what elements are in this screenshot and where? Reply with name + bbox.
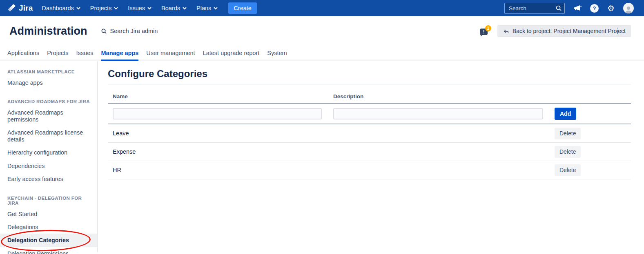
chevron-down-icon: [183, 7, 187, 10]
tab-system[interactable]: System: [267, 46, 287, 60]
tab-manage-apps[interactable]: Manage apps: [101, 46, 139, 60]
delete-button[interactable]: Delete: [555, 164, 581, 176]
jira-logo-text: Jira: [19, 4, 33, 13]
table-row: HR Delete: [108, 161, 631, 179]
tab-user-management[interactable]: User management: [146, 46, 195, 60]
sidebar-item-early-access-features[interactable]: Early access features: [0, 172, 97, 186]
sidebar-item-ar-license-details[interactable]: Advanced Roadmaps license details: [0, 126, 97, 146]
chevron-down-icon: [76, 7, 80, 10]
sidebar-item-delegation-permissions[interactable]: Delegation Permissions: [0, 247, 97, 254]
admin-header-right: ! 1 Back to project: Project Management …: [480, 25, 631, 37]
sidebar-item-manage-apps[interactable]: Manage apps: [0, 76, 97, 89]
nav-dashboards[interactable]: Dashboards: [42, 5, 80, 11]
create-button[interactable]: Create: [228, 2, 257, 14]
column-header-name: Name: [108, 93, 328, 99]
section-title: KEYCHAIN - DELEGATION FOR JIRA: [0, 192, 97, 208]
help-icon[interactable]: ?: [590, 4, 599, 13]
notifications-icon[interactable]: ! 1: [480, 25, 491, 37]
delete-button[interactable]: Delete: [555, 128, 581, 139]
sidebar-item-label: Delegation Categories: [7, 237, 69, 243]
table-header-row: Name Description: [108, 89, 631, 104]
add-button[interactable]: Add: [555, 108, 576, 120]
return-arrow-icon: [503, 28, 509, 34]
nav-boards[interactable]: Boards: [161, 5, 187, 11]
tab-projects[interactable]: Projects: [47, 46, 68, 60]
gear-icon[interactable]: ⚙: [607, 4, 615, 12]
sidebar-item-delegations[interactable]: Delegations: [0, 221, 97, 234]
add-category-row: Add: [108, 104, 631, 124]
category-name: Expense: [108, 148, 328, 155]
table-row: Leave Delete: [108, 124, 631, 143]
admin-search[interactable]: Search Jira admin: [101, 28, 158, 34]
chevron-down-icon: [214, 7, 218, 10]
page-title: Administration: [9, 25, 87, 38]
content-layout: ATLASSIAN MARKETPLACE Manage apps ADVANC…: [0, 61, 644, 252]
back-to-project-button[interactable]: Back to project: Project Management Proj…: [497, 25, 631, 37]
search-icon: [101, 28, 107, 34]
section-heading: Configure Categories: [108, 68, 631, 80]
sidebar-section-advanced-roadmaps: ADVANCED ROADMAPS FOR JIRA Advanced Road…: [0, 95, 97, 186]
table-row: Expense Delete: [108, 143, 631, 161]
sidebar-section-marketplace: ATLASSIAN MARKETPLACE Manage apps: [0, 65, 97, 89]
column-header-description: Description: [328, 93, 550, 99]
tab-issues[interactable]: Issues: [76, 46, 94, 60]
category-name: HR: [108, 167, 328, 173]
sidebar-item-delegation-categories[interactable]: Delegation Categories: [0, 234, 97, 247]
announcements-icon[interactable]: [573, 4, 582, 12]
tab-applications[interactable]: Applications: [7, 46, 39, 60]
nav-issues[interactable]: Issues: [128, 5, 152, 11]
sidebar-item-ar-permissions[interactable]: Advanced Roadmaps permissions: [0, 106, 97, 126]
search-icon[interactable]: [555, 5, 562, 11]
tab-latest-upgrade-report[interactable]: Latest upgrade report: [203, 46, 260, 60]
top-navbar: Jira Dashboards Projects Issues Boards P…: [0, 0, 644, 16]
jira-logo-icon: [7, 4, 16, 13]
new-category-description-input[interactable]: [333, 108, 543, 119]
sidebar-section-keychain-delegation: KEYCHAIN - DELEGATION FOR JIRA Get Start…: [0, 192, 97, 254]
main-content: Configure Categories Name Description Ad…: [98, 61, 644, 252]
categories-table: Name Description Add Leave Dele: [108, 89, 631, 179]
sidebar-item-dependencies[interactable]: Dependencies: [0, 159, 97, 172]
delete-button[interactable]: Delete: [555, 146, 581, 158]
jira-logo[interactable]: Jira: [7, 4, 33, 13]
navbar-search: [504, 3, 565, 14]
main-nav: Dashboards Projects Issues Boards Plans: [42, 5, 218, 11]
heading-divider: [108, 84, 631, 84]
notification-badge: 1: [485, 25, 491, 31]
section-title: ATLASSIAN MARKETPLACE: [0, 65, 97, 76]
avatar[interactable]: [623, 3, 634, 13]
person-icon: [624, 6, 633, 13]
admin-search-label: Search Jira admin: [110, 28, 158, 34]
admin-tabs: Applications Projects Issues Manage apps…: [0, 46, 644, 61]
section-title: ADVANCED ROADMAPS FOR JIRA: [0, 95, 97, 106]
new-category-name-input[interactable]: [113, 108, 322, 119]
chevron-down-icon: [114, 7, 118, 10]
nav-plans[interactable]: Plans: [196, 5, 218, 11]
nav-projects[interactable]: Projects: [90, 5, 118, 11]
sidebar-item-hierarchy-configuration[interactable]: Hierarchy configuration: [0, 146, 97, 159]
chevron-down-icon: [147, 7, 152, 10]
sidebar-item-get-started[interactable]: Get Started: [0, 208, 97, 221]
admin-header: Administration Search Jira admin ! 1 Bac…: [0, 16, 644, 46]
category-name: Leave: [108, 130, 328, 137]
admin-sidebar: ATLASSIAN MARKETPLACE Manage apps ADVANC…: [0, 61, 98, 252]
navbar-right: ? ⚙: [504, 3, 634, 14]
back-to-project-label: Back to project: Project Management Proj…: [513, 28, 626, 34]
